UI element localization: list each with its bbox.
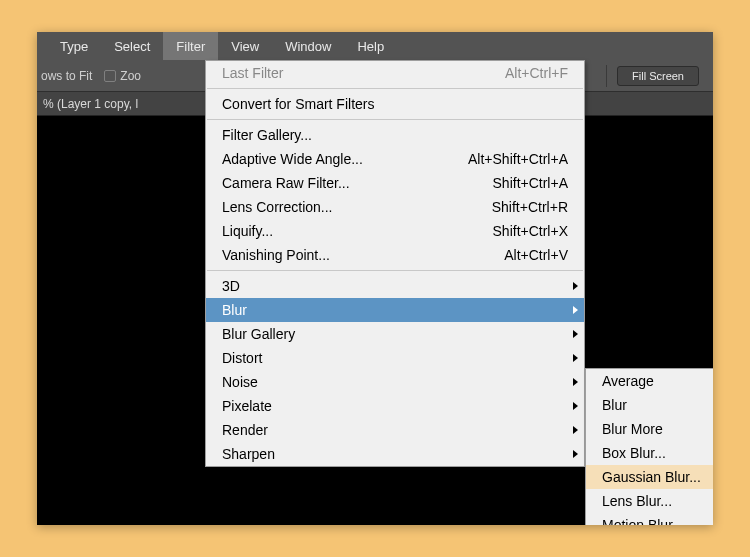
submenu-arrow-icon	[573, 354, 578, 362]
submenu-item-average[interactable]: Average	[586, 369, 713, 393]
menu-item-distort[interactable]: Distort	[206, 346, 584, 370]
menu-separator	[207, 88, 583, 89]
document-tab[interactable]: % (Layer 1 copy, l	[43, 97, 138, 111]
menu-item[interactable]: Adaptive Wide Angle...Alt+Shift+Ctrl+A	[206, 147, 584, 171]
menu-item-convert-smart-filters[interactable]: Convert for Smart Filters	[206, 92, 584, 116]
menu-item[interactable]: Vanishing Point...Alt+Ctrl+V	[206, 243, 584, 267]
blur-submenu: AverageBlurBlur MoreBox Blur...Gaussian …	[585, 368, 713, 525]
submenu-arrow-icon	[573, 402, 578, 410]
menu-item-render[interactable]: Render	[206, 418, 584, 442]
menubar-item-window[interactable]: Window	[272, 32, 344, 60]
options-text-fragment: ows to Fit	[37, 69, 92, 83]
submenu-item-box-blur[interactable]: Box Blur...	[586, 441, 713, 465]
menu-separator	[207, 270, 583, 271]
filter-menu: Last Filter Alt+Ctrl+F Convert for Smart…	[205, 60, 585, 467]
menu-item[interactable]: Lens Correction...Shift+Ctrl+R	[206, 195, 584, 219]
menu-item-noise[interactable]: Noise	[206, 370, 584, 394]
submenu-arrow-icon	[573, 426, 578, 434]
submenu-arrow-icon	[573, 378, 578, 386]
menu-separator	[207, 119, 583, 120]
menu-item[interactable]: Liquify...Shift+Ctrl+X	[206, 219, 584, 243]
fill-screen-button[interactable]: Fill Screen	[617, 66, 699, 86]
menubar-item-help[interactable]: Help	[344, 32, 397, 60]
menubar-item-view[interactable]: View	[218, 32, 272, 60]
checkbox-icon	[104, 70, 116, 82]
menu-item-sharpen[interactable]: Sharpen	[206, 442, 584, 466]
app-window: TypeSelectFilterViewWindowHelp ows to Fi…	[37, 32, 713, 525]
menu-item-3d[interactable]: 3D	[206, 274, 584, 298]
menubar-item-select[interactable]: Select	[101, 32, 163, 60]
menubar: TypeSelectFilterViewWindowHelp	[37, 32, 713, 60]
submenu-arrow-icon	[573, 282, 578, 290]
submenu-item-gaussian-blur[interactable]: Gaussian Blur...	[586, 465, 713, 489]
menubar-item-filter[interactable]: Filter	[163, 32, 218, 60]
vertical-divider	[606, 65, 607, 87]
menu-item-last-filter[interactable]: Last Filter Alt+Ctrl+F	[206, 61, 584, 85]
submenu-arrow-icon	[573, 306, 578, 314]
submenu-item-blur[interactable]: Blur	[586, 393, 713, 417]
menu-item-blur-gallery[interactable]: Blur Gallery	[206, 322, 584, 346]
submenu-item-lens-blur[interactable]: Lens Blur...	[586, 489, 713, 513]
menu-item-blur[interactable]: Blur	[206, 298, 584, 322]
menu-item[interactable]: Filter Gallery...	[206, 123, 584, 147]
menubar-item-type[interactable]: Type	[47, 32, 101, 60]
submenu-arrow-icon	[573, 330, 578, 338]
zoom-checkbox[interactable]: Zoo	[104, 69, 141, 83]
submenu-arrow-icon	[573, 450, 578, 458]
menu-item-pixelate[interactable]: Pixelate	[206, 394, 584, 418]
menu-item[interactable]: Camera Raw Filter...Shift+Ctrl+A	[206, 171, 584, 195]
submenu-item-motion-blur[interactable]: Motion Blur...	[586, 513, 713, 525]
submenu-item-blur-more[interactable]: Blur More	[586, 417, 713, 441]
